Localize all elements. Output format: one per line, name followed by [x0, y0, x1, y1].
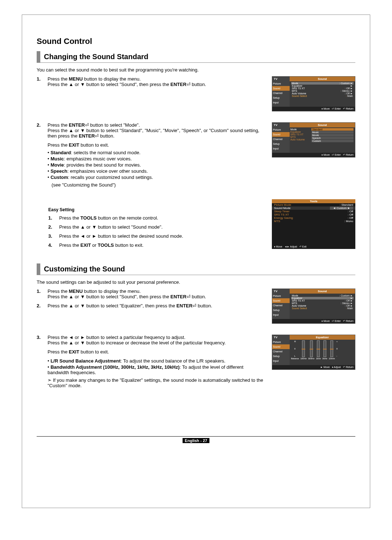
- osd-sound-menu-1: TVSound Picture Sound Channel Setup Inpu…: [272, 76, 355, 115]
- s2-block2: 3. Press the ◄ or ► button to select a p…: [37, 335, 355, 393]
- s1-block1: 1. Press the MENU button to display the …: [37, 76, 355, 115]
- osd-tools-popup: Tools Picture Mode: Standard Sound Mode◄…: [272, 199, 355, 253]
- s1-easy-block: Easy Setting 1.Press the TOOLS button on…: [37, 199, 355, 253]
- page-footer: English - 27: [37, 436, 355, 443]
- osd-sound-menu-2: TVSound Picture Sound Channel Setup Inpu…: [272, 289, 355, 327]
- osd-equalizer: TVEqualizer Picture Sound Channel Setup …: [272, 335, 355, 373]
- easy-setting-heading: Easy Setting: [48, 207, 265, 212]
- intro-customizing: The sound settings can be adjusted to su…: [37, 279, 355, 285]
- manual-page: Sound Control Changing the Sound Standar…: [22, 15, 370, 508]
- heading-changing-sound: Changing the Sound Standard: [37, 51, 355, 63]
- note-equalizer-custom: If you make any changes to the "Equalize…: [48, 377, 265, 388]
- intro-changing: You can select the sound mode to best su…: [37, 67, 355, 73]
- step-number: 1.: [37, 76, 44, 87]
- step-number: 2.: [37, 122, 44, 188]
- osd-sound-mode-options: TVSound Picture Sound Channel Setup Inpu…: [272, 122, 355, 161]
- s1-block2: 2. Press the ENTER⏎ button to select "Mo…: [37, 122, 355, 192]
- heading-customizing: Customizing the Sound: [37, 263, 355, 275]
- s2-block1: 1. Press the MENU button to display the …: [37, 289, 355, 327]
- section-title: Sound Control: [37, 37, 355, 46]
